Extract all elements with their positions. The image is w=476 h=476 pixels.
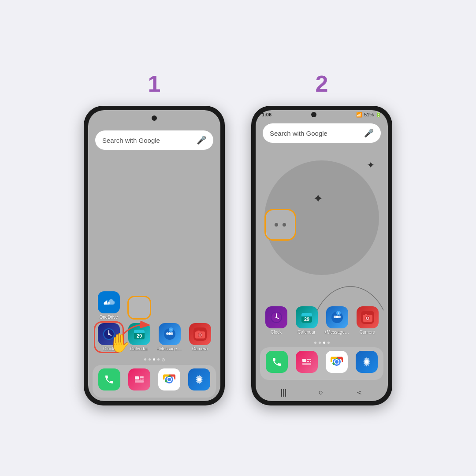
phone-1-content: OneDrive — [88, 154, 220, 401]
dot — [157, 358, 160, 361]
status-time: 1:06 — [262, 112, 271, 117]
chrome-icon[interactable] — [158, 368, 180, 390]
message-icon[interactable]: + — [159, 323, 181, 345]
phone-1-camera — [152, 115, 157, 121]
dock-row-1 — [94, 368, 214, 390]
phone-2-content: ✦ ✦ — [256, 147, 388, 401]
phone-1: Search with Google 🎤 — [84, 106, 225, 405]
chrome-wrap-2[interactable] — [324, 351, 350, 373]
dot — [149, 358, 151, 361]
camera-label: Camera — [192, 346, 208, 351]
phone-wrap[interactable] — [96, 368, 123, 390]
svg-point-61 — [335, 360, 338, 364]
nav-recent[interactable]: ||| — [280, 388, 286, 397]
phone-2-camera — [311, 112, 316, 117]
galaxy-wrap[interactable] — [126, 368, 152, 390]
galaxy-icon-2[interactable] — [296, 351, 318, 373]
svg-rect-52 — [365, 314, 367, 315]
onedrive-icon[interactable] — [98, 291, 120, 313]
svg-rect-23 — [140, 379, 141, 379]
mic-icon-1: 🎤 — [197, 135, 206, 145]
dot2 — [314, 342, 316, 344]
search-bar-1[interactable]: Search with Google 🎤 — [95, 130, 213, 150]
svg-text:+: + — [337, 312, 339, 315]
chrome-wrap[interactable] — [156, 368, 182, 390]
widget-area — [264, 209, 296, 241]
svg-rect-22 — [140, 376, 144, 378]
nav-back[interactable]: ＜ — [355, 387, 363, 398]
svg-rect-53 — [302, 359, 306, 362]
phone-icon[interactable] — [98, 368, 120, 390]
widget-dots — [275, 223, 286, 227]
phone-1-row1: OneDrive — [93, 291, 215, 320]
svg-rect-55 — [307, 361, 309, 362]
search-bar-2-text: Search with Google — [270, 130, 361, 137]
step-2-container: 2 1:06 📶 51% 🔋 Search with Google 🎤 — [251, 71, 392, 405]
sparkle-icon-tr: ✦ — [367, 160, 375, 171]
onedrive-label: OneDrive — [99, 315, 118, 320]
svg-text:+: + — [170, 328, 171, 331]
settings-wrap-2[interactable] — [353, 351, 380, 373]
svg-rect-21 — [135, 376, 139, 379]
step-1-number: 1 — [148, 71, 161, 97]
nav-home[interactable]: ○ — [319, 388, 324, 397]
widget-dot-left — [275, 223, 278, 227]
wifi-icon: 📶 — [356, 112, 362, 118]
message-icon-2[interactable]: + — [326, 306, 348, 328]
dots-row-1: + — [88, 358, 220, 361]
galaxy-icon[interactable] — [128, 368, 150, 390]
phone-wrap-2[interactable] — [264, 351, 290, 373]
search-bar-2[interactable]: Search with Google 🎤 — [263, 123, 381, 143]
svg-text:29: 29 — [304, 316, 309, 322]
camera-icon-2[interactable] — [357, 306, 379, 328]
calendar-label-2: Calendar — [298, 330, 316, 335]
step-1-container: 1 Search with Google 🎤 — [84, 71, 225, 405]
calendar-wrap-2[interactable]: 29 Calendar — [294, 306, 320, 335]
clock-wrap-2[interactable]: Clock — [263, 306, 290, 335]
calendar-label: Calendar — [130, 346, 148, 351]
svg-point-29 — [167, 378, 171, 381]
galaxy-wrap-2[interactable] — [294, 351, 320, 373]
svg-point-36 — [275, 316, 277, 318]
svg-point-19 — [199, 334, 201, 336]
sparkle-icon-mid: ✦ — [313, 191, 323, 206]
svg-rect-56 — [310, 361, 311, 362]
settings-icon[interactable] — [188, 368, 210, 390]
svg-rect-24 — [142, 379, 144, 379]
hand-cursor: 🤚 — [108, 332, 131, 353]
phone-2: 1:06 📶 51% 🔋 Search with Google 🎤 ✦ ✦ — [251, 106, 392, 405]
nav-bar-2: ||| ○ ＜ — [256, 383, 388, 401]
mic-icon-2: 🎤 — [364, 128, 374, 138]
svg-point-12 — [171, 332, 173, 335]
calendar-icon-2[interactable]: 29 — [296, 306, 318, 328]
battery-icon: 🔋 — [376, 112, 382, 118]
chrome-icon-2[interactable] — [326, 351, 348, 373]
battery-pct: 51% — [364, 112, 374, 117]
message-label: +Message(SM... — [157, 346, 182, 351]
phone-2-screen: 1:06 📶 51% 🔋 Search with Google 🎤 ✦ ✦ — [256, 110, 388, 401]
search-bar-1-text: Search with Google — [102, 137, 193, 144]
clock-icon-2[interactable] — [265, 306, 287, 328]
status-battery: 📶 51% 🔋 — [356, 112, 382, 118]
phone-1-notch — [88, 110, 220, 126]
onedrive-wrap[interactable]: OneDrive — [96, 291, 122, 320]
highlight-empty-box — [127, 296, 151, 320]
dot-plus: + — [162, 358, 165, 361]
svg-rect-57 — [302, 363, 311, 365]
camera-icon[interactable] — [189, 323, 211, 345]
svg-rect-20 — [197, 331, 200, 332]
svg-rect-25 — [135, 380, 144, 383]
widget-dot-right — [283, 223, 286, 227]
dock-1 — [93, 365, 216, 398]
step-2-number: 2 — [316, 71, 328, 97]
dot — [144, 358, 146, 361]
status-bar-2: 1:06 📶 51% 🔋 — [256, 110, 388, 119]
widget-box — [264, 209, 296, 241]
phone-1-screen: Search with Google 🎤 — [88, 110, 220, 401]
highlight-empty-wrap — [126, 296, 152, 320]
settings-wrap[interactable] — [186, 368, 212, 390]
message-wrap[interactable]: + +Message(SM... — [156, 323, 183, 351]
phone-icon-2[interactable] — [266, 351, 288, 373]
camera-wrap[interactable]: Camera — [187, 323, 213, 351]
settings-icon-2[interactable] — [356, 351, 378, 373]
